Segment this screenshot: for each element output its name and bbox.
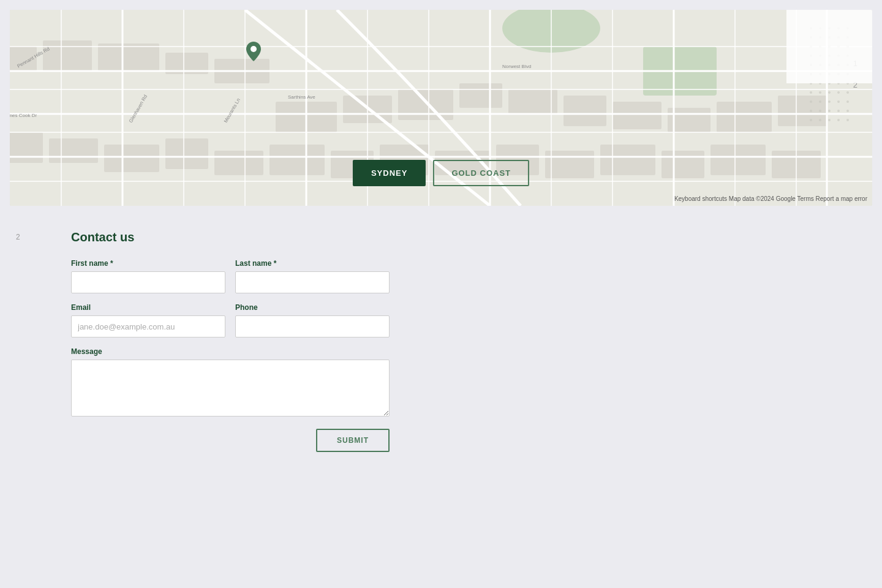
svg-rect-28 xyxy=(545,151,594,178)
message-textarea[interactable] xyxy=(71,360,390,417)
name-row: First name * Last name * xyxy=(71,259,390,293)
svg-rect-16 xyxy=(717,102,772,132)
message-group: Message xyxy=(71,347,390,417)
sydney-button[interactable]: SYDNEY xyxy=(353,160,426,186)
svg-point-113 xyxy=(828,119,831,121)
svg-rect-20 xyxy=(104,145,159,172)
svg-rect-31 xyxy=(710,145,766,175)
svg-point-100 xyxy=(846,91,849,94)
svg-text:James Cook Dr: James Cook Dr xyxy=(10,113,37,118)
last-name-input[interactable] xyxy=(235,271,390,293)
svg-rect-19 xyxy=(49,138,98,163)
svg-rect-5 xyxy=(98,43,159,71)
gold-coast-button[interactable]: GOLD COAST xyxy=(433,160,529,186)
first-name-input[interactable] xyxy=(71,271,225,293)
section-number: 2 xyxy=(10,230,71,452)
svg-rect-10 xyxy=(398,89,453,120)
first-name-label: First name * xyxy=(71,259,225,268)
last-name-group: Last name * xyxy=(235,259,390,293)
svg-point-105 xyxy=(846,100,849,103)
svg-rect-30 xyxy=(662,151,704,178)
svg-point-96 xyxy=(810,91,812,94)
svg-rect-21 xyxy=(165,138,208,169)
svg-rect-29 xyxy=(600,145,655,175)
map-location-buttons: SYDNEY GOLD COAST xyxy=(353,160,529,186)
svg-rect-14 xyxy=(612,102,662,129)
page-wrapper: Pennant Hills Rd Norwest Blvd Glenhaven … xyxy=(0,0,882,588)
svg-point-104 xyxy=(837,100,840,103)
svg-text:Norwest Blvd: Norwest Blvd xyxy=(502,64,531,69)
svg-rect-23 xyxy=(270,145,325,175)
svg-rect-13 xyxy=(564,96,606,126)
svg-point-112 xyxy=(819,119,821,121)
svg-point-115 xyxy=(846,119,849,121)
last-name-label: Last name * xyxy=(235,259,390,268)
svg-rect-22 xyxy=(214,151,263,175)
svg-point-111 xyxy=(810,119,812,121)
svg-point-99 xyxy=(837,91,840,94)
svg-point-107 xyxy=(819,110,821,112)
svg-point-106 xyxy=(810,110,812,112)
phone-input[interactable] xyxy=(235,315,390,337)
svg-rect-18 xyxy=(10,132,43,163)
contact-title: Contact us xyxy=(71,230,390,244)
map-legend-panel xyxy=(786,10,872,83)
svg-point-114 xyxy=(837,119,840,121)
content-section: 2 Contact us First name * Last nam xyxy=(10,206,872,477)
contact-form: First name * Last name * xyxy=(71,259,390,452)
email-label: Email xyxy=(71,303,225,312)
svg-point-60 xyxy=(251,46,257,52)
svg-point-98 xyxy=(828,91,831,94)
contact-row: Email Phone xyxy=(71,303,390,337)
email-input[interactable] xyxy=(71,315,225,337)
phone-label: Phone xyxy=(235,303,390,312)
phone-group: Phone xyxy=(235,303,390,337)
svg-point-97 xyxy=(819,91,821,94)
first-name-group: First name * xyxy=(71,259,225,293)
svg-rect-11 xyxy=(459,83,502,108)
svg-point-110 xyxy=(846,110,849,112)
map-section: Pennant Hills Rd Norwest Blvd Glenhaven … xyxy=(10,10,872,206)
svg-rect-12 xyxy=(508,89,557,114)
contact-form-container: Contact us First name * Last name xyxy=(71,230,390,452)
map-attribution: Keyboard shortcuts Map data ©2024 Google… xyxy=(674,195,867,202)
svg-point-108 xyxy=(828,110,831,112)
svg-rect-4 xyxy=(43,40,92,71)
svg-point-102 xyxy=(819,100,821,103)
svg-point-103 xyxy=(828,100,831,103)
message-label: Message xyxy=(71,347,390,356)
svg-text:Sarthins Ave: Sarthins Ave xyxy=(288,94,315,100)
map-pin xyxy=(246,42,261,66)
svg-point-101 xyxy=(810,100,812,103)
submit-button[interactable]: SUBMIT xyxy=(316,429,390,452)
svg-point-109 xyxy=(837,110,840,112)
email-group: Email xyxy=(71,303,225,337)
submit-row: SUBMIT xyxy=(71,429,390,452)
